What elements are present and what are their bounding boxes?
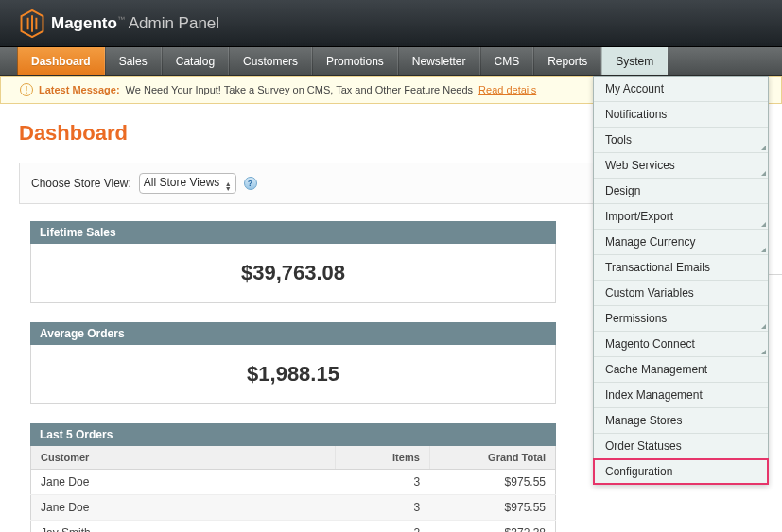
- nav-system[interactable]: System: [601, 47, 668, 75]
- main-nav: DashboardSalesCatalogCustomersPromotions…: [0, 47, 782, 76]
- lifetime-sales-value: $39,763.08: [41, 261, 546, 285]
- store-view-select[interactable]: All Store Views ▲▼: [139, 173, 236, 194]
- nav-promotions[interactable]: Promotions: [312, 47, 398, 75]
- menu-order-statuses[interactable]: Order Statuses: [594, 434, 768, 459]
- select-arrows-icon: ▲▼: [225, 181, 232, 191]
- submenu-indicator-icon: [761, 324, 766, 329]
- menu-configuration[interactable]: Configuration: [594, 459, 768, 484]
- panel-header: Last 5 Orders: [30, 423, 556, 446]
- average-orders-panel: Average Orders $1,988.15: [30, 322, 556, 404]
- cell-total: $975.55: [429, 470, 555, 495]
- panel-header: Average Orders: [30, 322, 556, 345]
- table-row[interactable]: Jane Doe3$975.55: [31, 470, 556, 495]
- cell-customer: Jane Doe: [31, 470, 336, 495]
- menu-custom-variables[interactable]: Custom Variables: [594, 281, 768, 306]
- submenu-indicator-icon: [761, 222, 766, 227]
- last-orders-table: Customer Items Grand Total Jane Doe3$975…: [30, 446, 556, 532]
- store-view-label: Choose Store View:: [31, 177, 131, 190]
- header: Magento™ Admin Panel: [0, 0, 782, 47]
- table-row[interactable]: Jane Doe3$975.55: [31, 495, 556, 521]
- cell-total: $975.55: [429, 495, 555, 521]
- menu-index-management[interactable]: Index Management: [594, 383, 768, 408]
- submenu-indicator-icon: [761, 171, 766, 176]
- nav-newsletter[interactable]: Newsletter: [398, 47, 480, 75]
- panel-header: Lifetime Sales: [30, 221, 556, 244]
- table-row[interactable]: Jay Smith2$372.38: [31, 521, 556, 533]
- nav-dashboard[interactable]: Dashboard: [17, 47, 105, 75]
- menu-manage-currency[interactable]: Manage Currency: [594, 230, 768, 255]
- cell-total: $372.38: [429, 521, 555, 533]
- nav-cms[interactable]: CMS: [480, 47, 534, 75]
- cell-items: 3: [335, 470, 429, 495]
- menu-tools[interactable]: Tools: [594, 128, 768, 153]
- message-label: Latest Message:: [39, 84, 120, 95]
- logo-text: Magento™ Admin Panel: [51, 14, 219, 33]
- alert-icon: !: [20, 83, 33, 96]
- menu-notifications[interactable]: Notifications: [594, 102, 768, 128]
- cell-items: 2: [335, 521, 429, 533]
- menu-import-export[interactable]: Import/Export: [594, 204, 768, 230]
- logo[interactable]: Magento™ Admin Panel: [19, 9, 219, 38]
- col-customer: Customer: [31, 446, 336, 470]
- help-icon[interactable]: ?: [244, 177, 257, 190]
- menu-transactional-emails[interactable]: Transactional Emails: [594, 255, 768, 281]
- menu-web-services[interactable]: Web Services: [594, 153, 768, 179]
- submenu-indicator-icon: [761, 146, 766, 150]
- menu-manage-stores[interactable]: Manage Stores: [594, 408, 768, 434]
- lifetime-sales-panel: Lifetime Sales $39,763.08: [30, 221, 556, 303]
- cell-customer: Jane Doe: [31, 495, 336, 521]
- magento-logo-icon: [19, 9, 45, 38]
- system-dropdown: My AccountNotificationsToolsWeb Services…: [593, 76, 769, 485]
- col-items: Items: [335, 446, 429, 470]
- menu-my-account[interactable]: My Account: [594, 77, 768, 102]
- nav-sales[interactable]: Sales: [105, 47, 162, 75]
- submenu-indicator-icon: [761, 350, 766, 354]
- cell-customer: Jay Smith: [31, 521, 336, 533]
- nav-catalog[interactable]: Catalog: [162, 47, 229, 75]
- nav-customers[interactable]: Customers: [229, 47, 312, 75]
- menu-design[interactable]: Design: [594, 179, 768, 204]
- message-link[interactable]: Read details: [478, 84, 536, 95]
- cell-items: 3: [335, 495, 429, 521]
- message-text: We Need Your Input! Take a Survey on CMS…: [126, 84, 474, 95]
- submenu-indicator-icon: [761, 248, 766, 252]
- last-orders-panel: Last 5 Orders Customer Items Grand Total…: [30, 423, 556, 532]
- col-total: Grand Total: [429, 446, 555, 470]
- average-orders-value: $1,988.15: [41, 362, 546, 386]
- menu-cache-management[interactable]: Cache Management: [594, 357, 768, 383]
- menu-permissions[interactable]: Permissions: [594, 306, 768, 332]
- nav-reports[interactable]: Reports: [533, 47, 601, 75]
- menu-magento-connect[interactable]: Magento Connect: [594, 332, 768, 357]
